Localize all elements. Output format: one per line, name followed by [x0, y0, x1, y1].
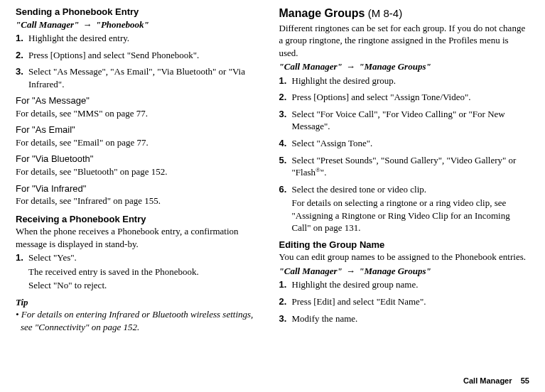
arrow-icon: → — [342, 266, 360, 276]
footer-page: 55 — [521, 376, 529, 385]
list-item: 1.Highlight the desired entry. — [16, 32, 266, 45]
list-item: 2.Press [Options] and select "Send Phone… — [16, 49, 266, 62]
list-text: Modify the name. — [292, 312, 530, 325]
list-number: 1. — [279, 278, 292, 291]
list-text: Press [Options] and select "Assign Tone/… — [292, 91, 530, 104]
heading-code: (M 8-4) — [368, 7, 402, 19]
list-number: 1. — [16, 251, 28, 264]
list-number: 3. — [279, 108, 292, 121]
list-number: 1. — [279, 75, 292, 87]
heading-text: Manage Groups — [279, 7, 365, 19]
subhead-via-bluetooth: For "Via Bluetooth" — [16, 153, 266, 165]
list-number: 2. — [279, 91, 292, 104]
list-item: 2.Press [Edit] and select "Edit Name". — [279, 295, 530, 308]
list-text: Highlight the desired group. — [292, 75, 530, 87]
text-post: ". — [320, 167, 327, 178]
list-text: Highlight the desired group name. — [292, 278, 530, 291]
list-number: 2. — [279, 295, 292, 308]
list-item: 6. Select the desired tone or video clip… — [279, 183, 530, 234]
footer-label: Call Manager — [463, 376, 512, 385]
tip-text: • For details on entering Infrared or Bl… — [21, 308, 266, 333]
list-item: 1.Highlight the desired group. — [279, 75, 530, 87]
list-text: Select "Preset Sounds", "Sound Gallery",… — [292, 154, 530, 179]
list-edit: 1.Highlight the desired group name. 2.Pr… — [279, 278, 530, 325]
body-text: For details, see "Bluetooth" on page 152… — [16, 165, 266, 178]
right-column: Manage Groups (M 8-4) Different ringtone… — [279, 4, 530, 334]
list-text-indent: The received entry is saved in the Phone… — [28, 266, 266, 278]
nav-a: "Call Manager" — [279, 266, 342, 276]
heading-sending: Sending a Phonebook Entry — [16, 6, 266, 18]
left-column: Sending a Phonebook Entry "Call Manager"… — [16, 4, 266, 334]
tip-label: Tip — [16, 296, 266, 309]
list-number: 6. — [279, 183, 292, 196]
body-text: For details, see "MMS" on page 77. — [16, 107, 266, 120]
list-receiving: 1. Select "Yes". The received entry is s… — [16, 251, 266, 292]
arrow-icon: → — [342, 61, 360, 72]
body-text: When the phone receives a Phonebook entr… — [16, 225, 266, 250]
list-number: 1. — [16, 32, 28, 45]
list-sending: 1.Highlight the desired entry. 2.Press [… — [16, 32, 266, 90]
superscript: ® — [315, 166, 320, 173]
list-item: 3.Select "For Voice Call", "For Video Ca… — [279, 108, 530, 133]
list-manage: 1.Highlight the desired group. 2.Press [… — [279, 75, 530, 234]
list-text: Highlight the desired entry. — [28, 32, 266, 45]
list-text: Select the desired tone or video clip. F… — [292, 183, 530, 234]
list-number: 4. — [279, 137, 292, 150]
subhead-as-message: For "As Message" — [16, 94, 266, 107]
nav-b: "Manage Groups" — [359, 61, 431, 72]
list-text-main: Select "Yes". — [28, 252, 77, 263]
heading-editing-group: Editing the Group Name — [279, 239, 530, 251]
list-text: Select "For Voice Call", "For Video Call… — [292, 108, 530, 133]
subhead-as-email: For "As Email" — [16, 124, 266, 136]
list-text-indent: For details on selecting a ringtone or a… — [292, 197, 530, 234]
arrow-icon: → — [79, 19, 96, 30]
nav-b: "Phonebook" — [96, 19, 149, 30]
list-text-indent: Select "No" to reject. — [28, 279, 266, 292]
list-item: 5.Select "Preset Sounds", "Sound Gallery… — [279, 154, 530, 179]
list-item: 4.Select "Assign Tone". — [279, 137, 530, 150]
list-text: Press [Edit] and select "Edit Name". — [292, 295, 530, 308]
list-text-main: Select the desired tone or video clip. — [292, 184, 427, 195]
heading-manage-groups: Manage Groups (M 8-4) — [279, 6, 530, 21]
list-number: 5. — [279, 154, 292, 167]
page-footer: Call Manager 55 — [463, 376, 529, 386]
heading-receiving: Receiving a Phonebook Entry — [16, 213, 266, 226]
list-text: Press [Options] and select "Send Phonebo… — [28, 49, 266, 62]
body-text: Different ringtones can be set for each … — [279, 22, 530, 60]
list-number: 3. — [279, 312, 292, 325]
list-number: 3. — [16, 65, 28, 78]
list-item: 1. Select "Yes". The received entry is s… — [16, 251, 266, 292]
list-number: 2. — [16, 49, 28, 62]
nav-b: "Manage Groups" — [359, 266, 431, 276]
list-text: Select "Assign Tone". — [292, 137, 530, 150]
body-text: For details, see "Email" on page 77. — [16, 136, 266, 149]
subhead-via-infrared: For "Via Infrared" — [16, 183, 266, 195]
nav-a: "Call Manager" — [16, 19, 79, 30]
body-text: For details, see "Infrared" on page 155. — [16, 195, 266, 207]
list-item: 2.Press [Options] and select "Assign Ton… — [279, 91, 530, 104]
body-text: You can edit group names to be assigned … — [279, 251, 530, 263]
list-text: Select "As Message", "As Email", "Via Bl… — [28, 65, 266, 90]
list-item: 3.Modify the name. — [279, 312, 530, 325]
nav-a: "Call Manager" — [279, 61, 342, 72]
list-text: Select "Yes". The received entry is save… — [28, 251, 266, 292]
nav-path-edit: "Call Manager" → "Manage Groups" — [279, 265, 530, 278]
nav-path-sending: "Call Manager" → "Phonebook" — [16, 18, 266, 31]
list-item: 1.Highlight the desired group name. — [279, 278, 530, 291]
list-item: 3.Select "As Message", "As Email", "Via … — [16, 65, 266, 90]
nav-path-manage: "Call Manager" → "Manage Groups" — [279, 60, 530, 73]
